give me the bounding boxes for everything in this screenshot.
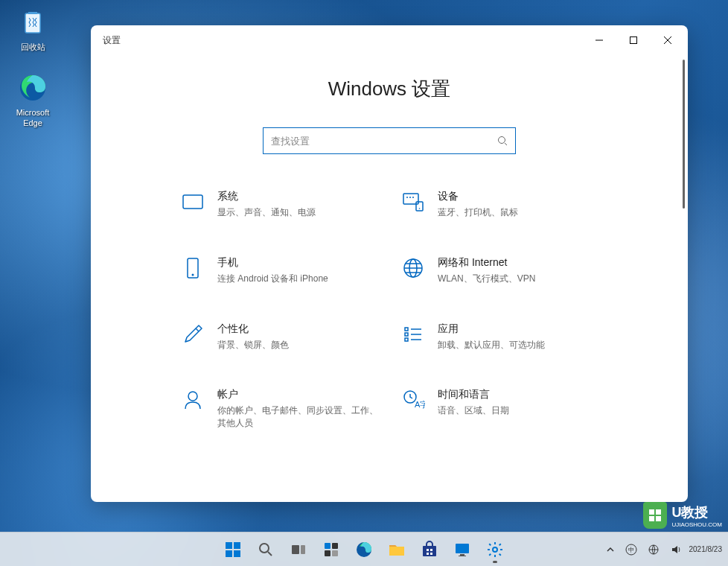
category-accounts[interactable]: 帐户你的帐户、电子邮件、同步设置、工作、其他人员 [180, 388, 378, 430]
svg-rect-38 [427, 549, 429, 551]
search-icon [497, 136, 508, 146]
taskbar-widgets[interactable] [316, 535, 346, 565]
watermark: U教授 UJIAOSHOU.COM [643, 502, 722, 529]
svg-rect-17 [405, 338, 408, 341]
titlebar[interactable]: 设置 [91, 25, 688, 55]
tray-volume-icon[interactable] [667, 541, 685, 559]
tray-date[interactable]: 2021/8/23 [689, 545, 723, 553]
category-title: 网络和 Internet [438, 256, 598, 270]
window-content: Windows 设置 系统显示、声音、通知、电源 设备蓝牙、打印机、鼠标 手机连… [91, 55, 688, 502]
edge-icon [16, 71, 49, 104]
taskbar-explorer[interactable] [382, 535, 412, 565]
category-time[interactable]: A字 时间和语言语音、区域、日期 [400, 388, 598, 430]
start-button[interactable] [218, 535, 248, 565]
taskbar: 中 2021/8/23 [0, 532, 728, 566]
tray-ime-icon[interactable]: 中 [622, 541, 640, 559]
category-title: 应用 [438, 322, 598, 336]
taskbar-store[interactable] [415, 535, 444, 565]
desktop-icon-edge[interactable]: Microsoft Edge [7, 71, 58, 129]
svg-rect-42 [456, 544, 469, 553]
search-input[interactable] [271, 136, 497, 147]
category-phone[interactable]: 手机连接 Android 设备和 iPhone [180, 256, 378, 285]
watermark-text: U教授 [671, 503, 722, 521]
svg-rect-16 [405, 333, 408, 336]
taskbar-search[interactable] [251, 535, 281, 565]
tray-network-icon[interactable] [645, 541, 662, 559]
svg-rect-37 [423, 546, 436, 556]
svg-rect-24 [656, 516, 661, 521]
category-desc: 语音、区域、日期 [438, 404, 598, 417]
desktop-icon-recycle-bin[interactable]: 回收站 [7, 6, 58, 52]
taskbar-taskview[interactable] [284, 535, 313, 565]
accounts-icon [180, 388, 205, 413]
svg-rect-9 [416, 202, 423, 211]
close-button[interactable] [651, 28, 685, 52]
svg-rect-2 [630, 37, 637, 44]
svg-rect-4 [183, 195, 202, 209]
svg-point-18 [188, 392, 197, 401]
category-devices[interactable]: 设备蓝牙、打印机、鼠标 [400, 190, 598, 219]
svg-rect-34 [325, 550, 331, 556]
svg-point-7 [409, 197, 411, 198]
category-desc: 卸载、默认应用、可选功能 [438, 339, 598, 352]
watermark-subtext: UJIAOSHOU.COM [671, 521, 722, 528]
personalization-icon [180, 322, 205, 348]
svg-rect-31 [301, 545, 305, 554]
svg-rect-0 [25, 13, 40, 33]
category-title: 个性化 [217, 322, 378, 336]
svg-point-29 [260, 544, 269, 553]
apps-icon [400, 322, 426, 348]
recycle-bin-icon [16, 6, 49, 39]
category-desc: 连接 Android 设备和 iPhone [217, 273, 378, 285]
search-box[interactable] [263, 127, 516, 154]
svg-rect-26 [234, 542, 240, 549]
svg-rect-39 [430, 549, 432, 551]
taskbar-monitor[interactable] [447, 535, 477, 565]
category-desc: WLAN、飞行模式、VPN [438, 273, 598, 285]
maximize-button[interactable] [616, 28, 651, 52]
desktop-icon-label: 回收站 [7, 42, 58, 52]
category-desc: 蓝牙、打印机、鼠标 [438, 206, 598, 219]
svg-rect-25 [226, 542, 232, 549]
svg-rect-28 [234, 550, 240, 557]
page-title: Windows 设置 [121, 76, 658, 102]
taskbar-settings[interactable] [480, 535, 510, 565]
minimize-button[interactable] [582, 28, 616, 52]
svg-rect-33 [332, 543, 338, 549]
category-personalization[interactable]: 个性化背景、锁屏、颜色 [180, 322, 378, 352]
svg-text:A字: A字 [415, 400, 425, 409]
window-title: 设置 [103, 34, 582, 47]
svg-rect-21 [649, 509, 654, 515]
svg-rect-41 [430, 553, 432, 555]
svg-rect-22 [656, 509, 661, 515]
svg-rect-30 [292, 545, 299, 554]
svg-rect-40 [427, 553, 429, 555]
svg-point-12 [192, 273, 194, 276]
svg-rect-35 [332, 550, 338, 556]
category-desc: 你的帐户、电子邮件、同步设置、工作、其他人员 [217, 404, 378, 430]
svg-point-45 [493, 547, 497, 552]
category-network[interactable]: 网络和 InternetWLAN、飞行模式、VPN [400, 256, 598, 285]
svg-point-8 [412, 197, 414, 198]
category-desc: 背景、锁屏、颜色 [217, 339, 378, 352]
svg-rect-27 [226, 550, 232, 557]
taskbar-center [218, 535, 510, 565]
svg-rect-15 [405, 328, 408, 331]
shield-icon [643, 502, 667, 529]
taskbar-edge[interactable] [349, 535, 379, 565]
category-apps[interactable]: 应用卸载、默认应用、可选功能 [400, 322, 598, 352]
category-desc: 显示、声音、通知、电源 [217, 206, 378, 219]
category-title: 帐户 [217, 388, 378, 401]
taskbar-tray: 中 2021/8/23 [603, 541, 723, 559]
svg-point-6 [406, 197, 408, 198]
category-title: 系统 [217, 190, 378, 203]
tray-chevron-icon[interactable] [603, 542, 618, 557]
category-title: 时间和语言 [438, 388, 598, 401]
scrollbar[interactable] [683, 60, 685, 209]
svg-point-10 [419, 208, 421, 209]
svg-point-3 [499, 137, 505, 144]
category-system[interactable]: 系统显示、声音、通知、电源 [180, 190, 378, 219]
network-icon [400, 256, 426, 282]
phone-icon [180, 256, 205, 282]
svg-rect-23 [649, 516, 654, 521]
